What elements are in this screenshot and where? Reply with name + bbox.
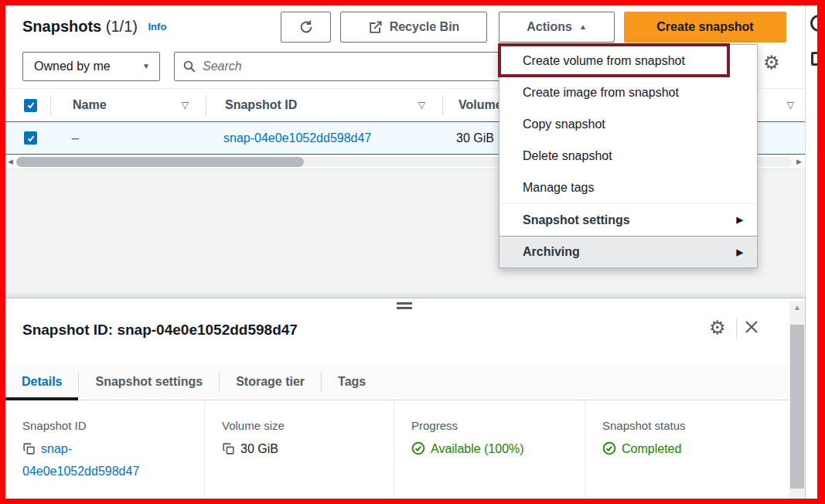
- scrollbar-thumb[interactable]: [790, 325, 804, 489]
- caret-down-icon: ▼: [142, 63, 150, 70]
- cell-snapshot-id: snap-04e0e1052dd598d47: [205, 131, 441, 145]
- sort-icon[interactable]: ▽: [418, 100, 425, 111]
- snapshot-id-link[interactable]: snap-04e0e1052dd598d47: [22, 442, 139, 478]
- copy-icon[interactable]: [22, 442, 36, 455]
- refresh-button[interactable]: [281, 12, 331, 43]
- clipped-icon: [810, 15, 817, 32]
- actions-label: Actions: [527, 20, 572, 34]
- actions-button[interactable]: Actions ▲: [499, 12, 615, 43]
- info-link[interactable]: Info: [148, 21, 167, 32]
- column-header-name[interactable]: Name ▽: [51, 98, 206, 112]
- ec2-snapshots-screen: Snapshots (1/1) Info Recycle Bin Actions…: [0, 0, 825, 504]
- status-ok-icon: [602, 441, 616, 455]
- field-snapshot-status: Snapshot status Completed: [585, 400, 789, 499]
- details-grid: Snapshot ID snap-04e0e1052dd598d47 Volum…: [5, 400, 789, 499]
- caret-up-icon: ▲: [579, 23, 587, 31]
- recycle-bin-label: Recycle Bin: [390, 20, 460, 34]
- scroll-left-icon[interactable]: ◀: [8, 158, 13, 165]
- close-panel-button[interactable]: [744, 319, 759, 338]
- field-progress: Progress Available (100%): [394, 400, 585, 499]
- field-volume-size: Volume size 30 GiB: [204, 400, 394, 499]
- sort-icon[interactable]: ▽: [787, 100, 794, 111]
- snapshot-id-link[interactable]: snap-04e0e1052dd598d47: [223, 131, 371, 145]
- close-icon: [744, 319, 759, 335]
- search-icon: [182, 60, 196, 73]
- tab-tags[interactable]: Tags: [322, 364, 382, 400]
- header-checkbox-cell: [5, 99, 50, 112]
- details-panel-title: Snapshot ID: snap-04e0e1052dd598d47: [22, 322, 298, 339]
- menu-item-create-volume-from-snapshot[interactable]: Create volume from snapshot: [499, 45, 757, 77]
- check-icon: [26, 100, 36, 110]
- refresh-icon: [298, 19, 315, 36]
- external-link-icon: [368, 20, 383, 35]
- split-panel-drag-handle[interactable]: [397, 302, 412, 312]
- clipped-right-strip: [806, 5, 817, 499]
- page-title-text: Snapshots: [22, 18, 101, 35]
- cell-name: –: [50, 131, 205, 145]
- submenu-arrow-icon: ▶: [737, 215, 743, 225]
- status-ok-icon: [411, 441, 425, 455]
- menu-item-create-image-from-snapshot[interactable]: Create image from snapshot: [499, 77, 757, 108]
- scrollbar-thumb[interactable]: [16, 157, 304, 167]
- select-all-checkbox[interactable]: [24, 99, 37, 112]
- ownership-filter-value: Owned by me: [34, 60, 111, 73]
- clipped-icon: [811, 52, 817, 66]
- menu-item-copy-snapshot[interactable]: Copy snapshot: [499, 108, 757, 140]
- copy-icon[interactable]: [222, 442, 235, 455]
- menu-item-delete-snapshot[interactable]: Delete snapshot: [499, 140, 757, 172]
- resource-count: (1/1): [106, 18, 138, 35]
- vertical-scrollbar[interactable]: ▲: [789, 301, 805, 499]
- field-snapshot-id: Snapshot ID snap-04e0e1052dd598d47: [5, 400, 204, 499]
- menu-item-archiving[interactable]: Archiving ▶: [499, 236, 757, 267]
- column-header-snapshot-id[interactable]: Snapshot ID ▽: [206, 98, 442, 112]
- create-snapshot-button[interactable]: Create snapshot: [624, 12, 786, 43]
- panel-divider: [736, 318, 737, 339]
- page-title: Snapshots (1/1) Info: [22, 18, 166, 36]
- scroll-right-icon[interactable]: ▶: [796, 158, 802, 165]
- table-preferences-gear-icon[interactable]: ⚙: [763, 53, 780, 72]
- panel-preferences-gear-icon[interactable]: ⚙: [709, 318, 726, 337]
- actions-dropdown-menu: Create volume from snapshot Create image…: [499, 44, 758, 268]
- scroll-up-icon[interactable]: ▲: [793, 303, 801, 312]
- create-snapshot-label: Create snapshot: [656, 20, 753, 34]
- ownership-filter-select[interactable]: Owned by me ▼: [22, 52, 160, 81]
- row-checkbox-cell: [5, 131, 50, 145]
- menu-item-manage-tags[interactable]: Manage tags: [499, 172, 757, 203]
- submenu-arrow-icon: ▶: [737, 247, 743, 257]
- tab-details[interactable]: Details: [5, 364, 78, 400]
- menu-item-snapshot-settings[interactable]: Snapshot settings ▶: [499, 204, 757, 236]
- details-split-panel: Snapshot ID: snap-04e0e1052dd598d47 ⚙ ▲ …: [5, 298, 805, 499]
- row-checkbox[interactable]: [24, 131, 37, 145]
- tab-snapshot-settings[interactable]: Snapshot settings: [79, 364, 219, 400]
- sort-icon[interactable]: ▽: [182, 100, 189, 111]
- recycle-bin-button[interactable]: Recycle Bin: [340, 12, 487, 43]
- details-tabs: Details Snapshot settings Storage tier T…: [5, 364, 789, 400]
- check-icon: [26, 134, 36, 143]
- tab-storage-tier[interactable]: Storage tier: [220, 364, 321, 400]
